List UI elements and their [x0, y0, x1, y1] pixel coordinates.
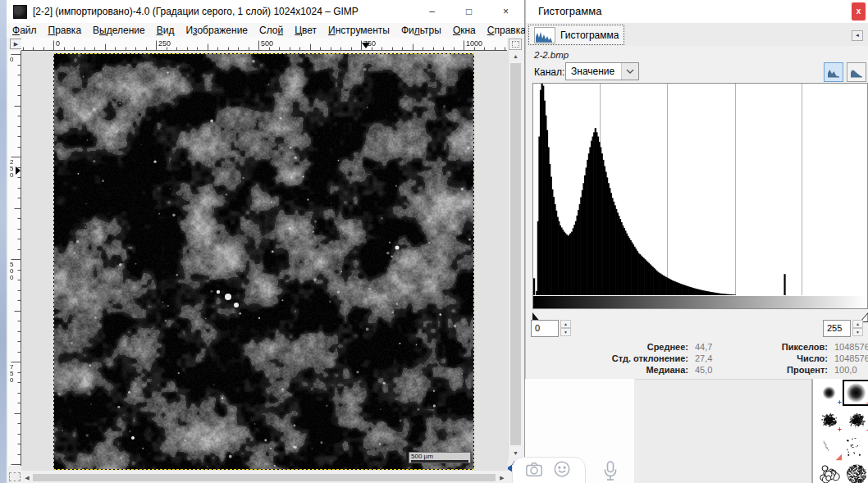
background-window-strip	[0, 0, 7, 483]
stepper-up-icon[interactable]: ▲	[852, 320, 863, 328]
logarithmic-histogram-icon	[850, 67, 863, 78]
vertical-scrollbar-thumb[interactable]	[510, 63, 521, 445]
stat-mean-label: Среднее:	[532, 342, 688, 352]
image-canvas[interactable]	[54, 54, 473, 469]
brush-pebbles-thumbnail	[817, 462, 841, 483]
menu-item-colors[interactable]: Цвет	[289, 25, 322, 36]
scale-bar-line	[411, 460, 468, 462]
brush-fuzzy-small[interactable]: +	[817, 381, 841, 404]
window-title: [2-2] (импортировано)-4.0 (Градации серо…	[33, 6, 359, 17]
stat-percent-label: Процент:	[736, 365, 828, 375]
brush-fuzzy-large-thumbnail	[844, 381, 868, 404]
gimp-titlebar: [2-2] (импортировано)-4.0 (Градации серо…	[7, 0, 524, 23]
histogram-dialog-titlebar: Гистограмма x	[526, 0, 868, 23]
camera-icon[interactable]	[524, 460, 544, 481]
range-low-stepper: ▲ ▼	[560, 320, 571, 337]
gimp-window-icon	[13, 5, 27, 19]
stepper-down-icon[interactable]: ▼	[560, 328, 571, 336]
horizontal-scrollbar[interactable]: ◀ ▶	[21, 472, 508, 483]
menu-bar: ФайлПравкаВыделениеВидИзображениеСлойЦве…	[7, 23, 524, 38]
stat-pixels-value: 1048576	[834, 342, 868, 352]
tab-menu-button[interactable]: ◄	[852, 30, 863, 41]
scale-bar-label: 500 µm	[411, 453, 433, 460]
brush-fuzzy-large[interactable]: -	[844, 381, 868, 404]
menu-item-view[interactable]: Вид	[151, 25, 180, 36]
stat-stddev-label: Стд. отклонение:	[532, 353, 688, 363]
brush-dots-sparse[interactable]	[844, 435, 868, 458]
stat-count-label: Число:	[736, 353, 828, 363]
range-high-stepper: ▲ ▼	[852, 320, 863, 337]
emoji-icon[interactable]	[552, 460, 572, 481]
menu-item-select[interactable]: Выделение	[87, 25, 151, 36]
message-input-panel	[512, 457, 586, 483]
stat-stddev-value: 27,4	[695, 353, 712, 363]
ruler-origin-button[interactable]: ▶	[10, 39, 22, 49]
layer-boundary: 500 µm	[53, 53, 474, 470]
brush-dots-sparse-thumbnail	[844, 435, 868, 458]
menu-item-image[interactable]: Изображение	[180, 25, 254, 36]
stats-row: Среднее: 44,7 Пикселов: 1048576	[532, 342, 865, 353]
histogram-plot[interactable]	[533, 84, 867, 295]
chevron-down-icon	[621, 63, 638, 80]
menu-item-tools[interactable]: Инструменты	[322, 25, 395, 36]
screen: [2-2] (импортировано)-4.0 (Градации серо…	[0, 0, 868, 483]
stepper-down-icon[interactable]: ▼	[852, 328, 863, 336]
brush-pebbles[interactable]	[817, 462, 841, 483]
logarithmic-histogram-button[interactable]	[847, 62, 866, 82]
histogram-statistics: Среднее: 44,7 Пикселов: 1048576 Стд. отк…	[532, 342, 865, 378]
range-high-value[interactable]: 255	[823, 320, 851, 337]
quick-mask-toggle[interactable]	[9, 472, 21, 481]
tab-histogram[interactable]: Гистограмма	[528, 25, 624, 45]
horizontal-ruler[interactable]	[21, 38, 507, 51]
brush-badge-icon: ◢	[836, 453, 842, 461]
menu-item-windows[interactable]: Окна	[447, 25, 482, 36]
scroll-left-arrow-icon[interactable]: ◀	[21, 472, 33, 483]
histogram-icon	[534, 27, 555, 43]
close-button[interactable]: ×	[487, 0, 524, 23]
channel-select[interactable]: Значение	[565, 62, 639, 80]
minimize-button[interactable]: –	[413, 0, 450, 23]
background-window-area	[634, 379, 813, 483]
stat-mean-value: 44,7	[695, 342, 712, 352]
stat-percent-value: 100,0	[834, 365, 857, 375]
stepper-up-icon[interactable]: ▲	[560, 320, 571, 328]
brush-speckle-thumbnail	[844, 462, 868, 483]
linear-histogram-button[interactable]	[824, 62, 843, 82]
stats-row: Стд. отклонение: 27,4 Число: 1048576	[532, 353, 865, 365]
zoom-follow-window-button[interactable]	[509, 39, 522, 50]
vertical-ruler[interactable]	[8, 51, 21, 466]
tab-histogram-label: Гистограмма	[560, 30, 619, 41]
menu-item-help[interactable]: Справка	[482, 25, 532, 36]
brushes-panel: +-+-◢	[815, 379, 868, 483]
brush-acrylic-1[interactable]: +	[817, 408, 841, 431]
brush-acrylic-2[interactable]: -	[844, 408, 868, 431]
scroll-up-arrow-icon[interactable]: ▲	[509, 51, 523, 62]
menu-item-file[interactable]: Файл	[7, 25, 43, 36]
gradient-bar[interactable]	[533, 296, 867, 308]
histogram-frame	[532, 83, 868, 309]
window-controls: – □ ×	[413, 0, 524, 23]
scroll-right-arrow-icon[interactable]: ▶	[496, 472, 508, 483]
vertical-scrollbar[interactable]: ▲ ▼	[508, 51, 523, 459]
dialog-close-button[interactable]: x	[852, 2, 866, 21]
dashed-square-icon	[512, 41, 519, 48]
brush-pencil-stroke[interactable]: ◢	[817, 435, 841, 458]
maximize-button[interactable]: □	[450, 0, 487, 23]
gimp-window: [2-2] (импортировано)-4.0 (Градации серо…	[7, 0, 525, 483]
dockable-tab-row: Гистограмма ◄	[526, 23, 868, 46]
microphone-icon[interactable]	[601, 460, 620, 483]
stat-count-value: 1048576	[834, 353, 868, 363]
active-image-name: 2-2.bmp	[534, 50, 569, 60]
histogram-dialog-title: Гистограмма	[538, 5, 601, 17]
range-low-value[interactable]: 0	[531, 320, 559, 337]
menu-item-filters[interactable]: Фильтры	[395, 25, 447, 36]
horizontal-scrollbar-thumb[interactable]	[33, 474, 496, 481]
scale-bar: 500 µm	[409, 452, 471, 463]
channel-label: Канал:	[534, 66, 564, 78]
menu-item-layer[interactable]: Слой	[254, 25, 289, 36]
brush-speckle[interactable]	[844, 462, 868, 483]
linear-histogram-icon	[827, 67, 840, 78]
menu-item-edit[interactable]: Правка	[43, 25, 88, 36]
canvas-area[interactable]: 500 µm	[21, 51, 508, 471]
stat-median-value: 45,0	[695, 365, 712, 375]
